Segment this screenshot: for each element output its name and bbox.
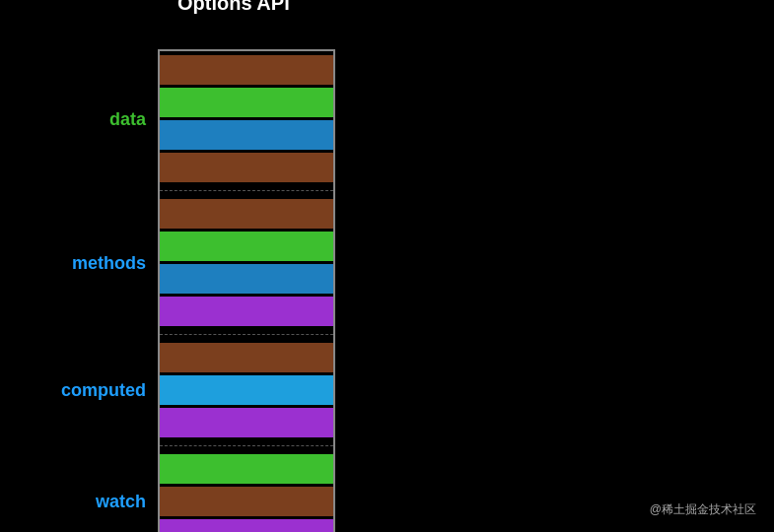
main-container: Options API datamethodscomputedwatch @稀土… [0, 0, 774, 532]
bar-data-3 [160, 153, 333, 182]
section-methods: methods [160, 195, 333, 330]
section-divider [160, 190, 333, 191]
section-data: data [160, 51, 333, 186]
bar-methods-3 [160, 297, 333, 326]
bar-watch-0 [160, 454, 333, 484]
bar-watch-2 [160, 519, 333, 532]
bar-computed-1 [160, 375, 333, 405]
section-watch: watch [160, 450, 333, 532]
watermark: @稀土掘金技术社区 [650, 501, 756, 518]
section-divider [160, 445, 333, 446]
bar-methods-0 [160, 199, 333, 229]
options-api-title: Options API [177, 0, 290, 15]
bar-methods-1 [160, 232, 333, 261]
bar-computed-0 [160, 343, 333, 372]
label-watch: watch [96, 492, 146, 512]
label-methods: methods [72, 252, 146, 273]
bar-data-2 [160, 120, 333, 150]
watermark-line1: @稀土掘金技术社区 [650, 501, 756, 518]
section-computed: computed [160, 339, 333, 441]
bar-computed-2 [160, 408, 333, 437]
diagram-wrapper: Options API datamethodscomputedwatch [158, 20, 335, 532]
section-divider [160, 334, 333, 335]
options-api-box: datamethodscomputedwatch [158, 49, 335, 532]
label-computed: computed [61, 380, 146, 401]
bar-data-0 [160, 55, 333, 85]
bar-data-1 [160, 88, 333, 117]
label-data: data [109, 108, 146, 129]
bar-methods-2 [160, 264, 333, 294]
bar-watch-1 [160, 487, 333, 516]
